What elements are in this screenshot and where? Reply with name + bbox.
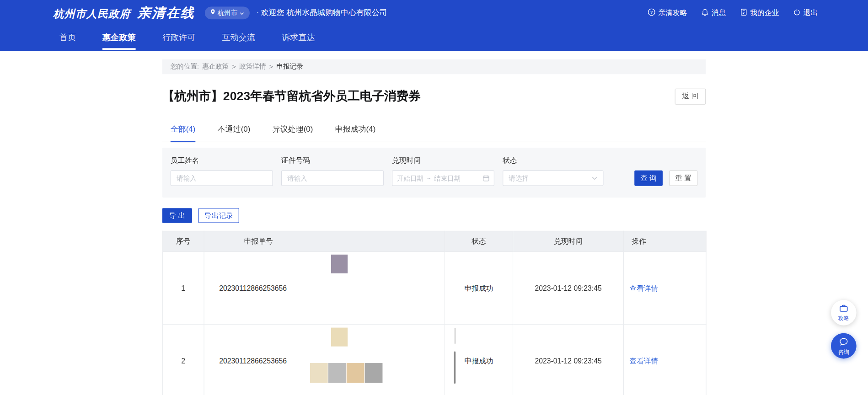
export-toolbar: 导 出 导出记录 <box>162 208 706 223</box>
my-company-link[interactable]: 我的企业 <box>740 8 779 18</box>
qinqing-guide-link[interactable]: ? 亲清攻略 <box>648 8 687 18</box>
row-status: 申报成功 <box>445 251 513 325</box>
order-no-text: 20230112866253656 <box>219 357 287 365</box>
redeem-time-label: 兑现时间 <box>392 155 494 165</box>
col-header-redeem-time: 兑现时间 <box>513 231 624 251</box>
guide-floating-label: 攻略 <box>838 315 849 321</box>
question-circle-icon: ? <box>648 8 655 18</box>
row-action: 查看详情 <box>624 251 706 325</box>
title-row: 【杭州市】2023年春节留杭省外员工电子消费券 返 回 <box>162 88 706 104</box>
breadcrumb-prefix: 您的位置: <box>171 62 199 72</box>
status-label: 状态 <box>503 155 603 165</box>
status-select[interactable]: 请选择 <box>503 171 603 186</box>
nav-item-admin-license[interactable]: 行政许可 <box>162 26 196 51</box>
view-detail-link[interactable]: 查看详情 <box>629 283 658 292</box>
messages-link[interactable]: 消息 <box>702 8 726 18</box>
logout-label: 退出 <box>803 8 817 18</box>
city-selector[interactable]: 杭州市 <box>205 6 250 19</box>
welcome-text: · 欢迎您 杭州水晶城购物中心有限公司 <box>256 8 387 18</box>
row-order-no: 20230112866253656 <box>204 251 445 325</box>
header-utility-row: 杭州市人民政府 亲清在线 杭州市 · 欢迎您 杭州水晶城购物中心有限公司 ? 亲… <box>0 0 868 26</box>
chevron-down-icon <box>240 9 244 16</box>
nav-item-appeals[interactable]: 诉求直达 <box>282 26 315 51</box>
site-logo[interactable]: 杭州市人民政府 亲清在线 <box>53 4 195 21</box>
guide-floating-button[interactable]: 攻略 <box>831 300 857 326</box>
top-header: 杭州市人民政府 亲清在线 杭州市 · 欢迎您 杭州水晶城购物中心有限公司 ? 亲… <box>0 0 868 51</box>
nav-item-policies[interactable]: 惠企政策 <box>102 26 136 51</box>
nav-item-home[interactable]: 首页 <box>59 26 76 51</box>
id-number-label: 证件号码 <box>281 155 384 165</box>
order-no-text: 20230112866253656 <box>219 284 287 292</box>
view-detail-link[interactable]: 查看详情 <box>629 357 658 365</box>
company-doc-icon <box>740 8 747 18</box>
bell-icon <box>702 8 709 18</box>
back-button[interactable]: 返 回 <box>675 88 706 104</box>
employee-name-input[interactable] <box>171 171 273 186</box>
row-index: 1 <box>162 251 204 325</box>
chevron-down-icon <box>592 176 597 180</box>
qinqing-guide-label: 亲清攻略 <box>658 8 687 18</box>
field-id-number: 证件号码 <box>281 155 384 186</box>
table-header-row: 序号 申报单号 状态 兑现时间 操作 <box>162 231 706 251</box>
breadcrumb: 您的位置: 惠企政策 > 政策详情 > 申报记录 <box>162 59 706 75</box>
id-number-input[interactable] <box>281 171 384 186</box>
export-records-button[interactable]: 导出记录 <box>198 208 239 223</box>
location-pin-icon <box>210 9 215 16</box>
svg-text:?: ? <box>650 10 653 15</box>
employee-name-label: 员工姓名 <box>171 155 273 165</box>
date-range-separator: ~ <box>427 174 430 182</box>
row-action: 查看详情 <box>624 325 706 395</box>
field-status: 状态 请选择 <box>503 155 603 186</box>
chat-bubble-icon <box>839 337 848 348</box>
tab-objection[interactable]: 异议处理(0) <box>273 124 313 142</box>
my-company-label: 我的企业 <box>750 8 779 18</box>
end-date-placeholder: 结束日期 <box>434 173 461 183</box>
status-tabs: 全部(4) 不通过(0) 异议处理(0) 申报成功(4) <box>162 124 706 142</box>
export-button[interactable]: 导 出 <box>162 208 192 223</box>
logout-link[interactable]: 退出 <box>793 8 818 18</box>
filter-actions: 查 询 重 置 <box>634 171 697 186</box>
field-redeem-time: 兑现时间 开始日期 ~ 结束日期 <box>392 155 494 186</box>
breadcrumb-item-policy-detail[interactable]: 政策详情 <box>239 62 266 72</box>
blurred-artifact <box>454 352 456 384</box>
header-links: ? 亲清攻略 消息 我的企业 退出 <box>648 8 818 18</box>
tab-success[interactable]: 申报成功(4) <box>335 124 376 142</box>
col-header-status: 状态 <box>445 231 513 251</box>
filter-panel: 员工姓名 证件号码 兑现时间 开始日期 ~ 结束日期 状态 请选择 <box>162 148 706 198</box>
reset-button[interactable]: 重 置 <box>669 171 697 186</box>
date-range-picker[interactable]: 开始日期 ~ 结束日期 <box>392 171 494 186</box>
row-redeem-time: 2023-01-12 09:23:45 <box>513 251 624 325</box>
gov-logo-text: 杭州市人民政府 <box>53 7 130 21</box>
status-placeholder: 请选择 <box>509 173 529 183</box>
breadcrumb-separator: > <box>269 63 273 70</box>
status-text: 申报成功 <box>465 357 493 365</box>
table-row: 2 20230112866253656 申报成功 2023-01-12 09:2… <box>162 325 706 395</box>
records-table-wrap: 序号 申报单号 状态 兑现时间 操作 1 20230112866253656 <box>162 231 706 395</box>
col-header-order-no: 申报单号 <box>204 231 445 251</box>
city-name: 杭州市 <box>218 8 238 18</box>
row-order-no: 20230112866253656 <box>204 325 445 395</box>
briefcase-icon <box>839 304 848 315</box>
page-viewport: 杭州市人民政府 亲清在线 杭州市 · 欢迎您 杭州水晶城购物中心有限公司 ? 亲… <box>0 0 868 395</box>
col-header-index: 序号 <box>162 231 204 251</box>
field-employee-name: 员工姓名 <box>171 155 273 186</box>
page-title: 【杭州市】2023年春节留杭省外员工电子消费券 <box>162 88 421 104</box>
search-button[interactable]: 查 询 <box>634 171 663 186</box>
table-row: 1 20230112866253656 申报成功 2023-01-12 09:2… <box>162 251 706 325</box>
blurred-artifact-cluster <box>310 363 383 383</box>
breadcrumb-item-records: 申报记录 <box>276 62 303 72</box>
tab-all[interactable]: 全部(4) <box>171 124 196 142</box>
calendar-icon <box>483 175 490 182</box>
start-date-placeholder: 开始日期 <box>397 173 423 183</box>
nav-item-interaction[interactable]: 互动交流 <box>222 26 255 51</box>
records-table: 序号 申报单号 状态 兑现时间 操作 1 20230112866253656 <box>162 231 707 395</box>
breadcrumb-item-policies[interactable]: 惠企政策 <box>202 62 229 72</box>
consult-floating-button[interactable]: 咨询 <box>831 333 857 359</box>
row-status: 申报成功 <box>445 325 513 395</box>
breadcrumb-separator: > <box>232 63 236 70</box>
col-header-action: 操作 <box>624 231 706 251</box>
tab-rejected[interactable]: 不通过(0) <box>218 124 251 142</box>
row-index: 2 <box>162 325 204 395</box>
blurred-artifact <box>331 328 348 347</box>
brand-logo-text: 亲清在线 <box>137 4 195 21</box>
